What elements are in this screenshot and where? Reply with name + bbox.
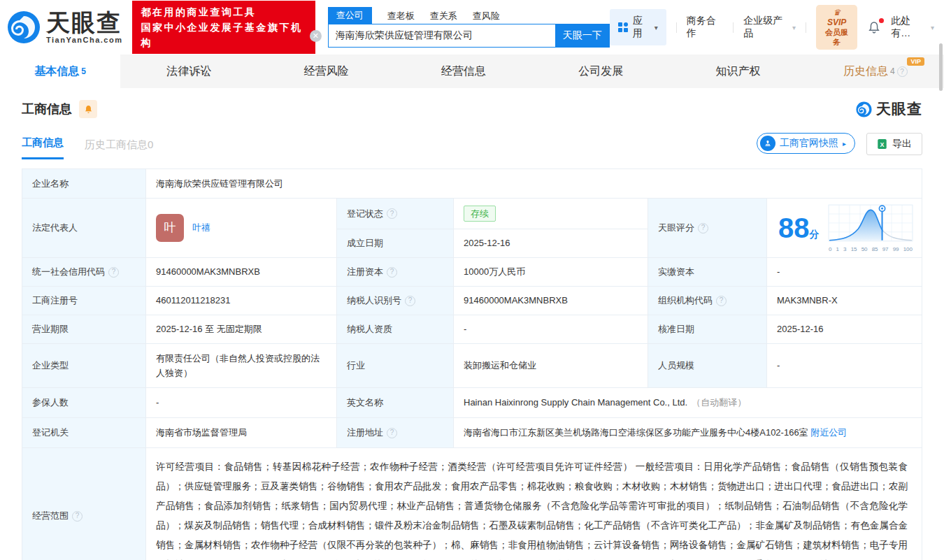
help-icon[interactable] — [387, 208, 397, 219]
score-chart-ticks: 0131550859799100 — [828, 246, 913, 252]
nearby-companies-link[interactable]: 附近公司 — [810, 426, 847, 440]
org-code-value: MAK3MNBR-X — [767, 287, 922, 315]
business-term-value: 2025-12-16 至 无固定期限 — [146, 315, 337, 343]
table-row-business-scope: 经营范围 许可经营项目：食品销售；转基因棉花种子经营；农作物种子经营；酒类经营（… — [22, 448, 922, 560]
search-tab-boss[interactable]: 查老板 — [387, 8, 415, 24]
apps-grid-icon — [618, 22, 628, 32]
taxpayer-id-label: 纳税人识别号 — [337, 287, 454, 315]
status-date-stack: 登记状态 存续 成立日期 2025-12-16 — [337, 199, 648, 257]
company-name-value: 海南海欣荣供应链管理有限公司 — [146, 169, 922, 198]
svip-line2: 会员服务 — [822, 27, 851, 47]
export-button[interactable]: X 导出 — [866, 133, 922, 155]
help-icon[interactable] — [698, 223, 708, 234]
industry-label: 行业 — [337, 344, 454, 387]
auto-translate-note: （自动翻译） — [692, 396, 746, 410]
reg-address-value: 海南省海口市江东新区美兰机场路海口空港综保区多功能产业服务中心4楼A102-16… — [454, 418, 922, 447]
notification-bell-button[interactable] — [867, 20, 881, 34]
tab-operating-risk[interactable]: 经营风险 — [257, 55, 394, 88]
help-icon[interactable] — [387, 267, 397, 278]
clear-search-icon[interactable]: ✕ — [310, 30, 322, 42]
snapshot-label: 工商官网快照 — [780, 137, 838, 150]
apps-label: 应用 — [633, 15, 650, 40]
monitor-bell-button[interactable] — [79, 100, 97, 118]
help-icon[interactable] — [897, 66, 908, 77]
score-value-cell[interactable]: 88分 — [767, 199, 922, 257]
user-account-label: 此处有… — [891, 15, 927, 40]
user-account-menu[interactable]: 此处有… ▾ — [891, 15, 934, 40]
legal-rep-label: 法定代表人 — [22, 199, 146, 257]
credit-code-value: 91460000MAK3MNBRXB — [146, 258, 337, 286]
help-icon[interactable] — [72, 511, 83, 522]
reg-authority-value: 海南省市场监督管理局 — [146, 418, 337, 447]
section-title: 工商信息 — [22, 101, 72, 117]
company-type-value: 有限责任公司（非自然人投资或控股的法人独资） — [146, 344, 337, 387]
taxpayer-quality-value: - — [454, 315, 648, 343]
chevron-down-icon: ▾ — [792, 24, 796, 31]
table-row-company-name: 企业名称 海南海欣荣供应链管理有限公司 — [22, 169, 922, 199]
business-info-table: 企业名称 海南海欣荣供应链管理有限公司 法定代表人 叶 叶禧 登记状态 存续 — [22, 168, 922, 560]
tab-intellectual-property[interactable]: 知识产权 — [669, 55, 806, 88]
tianyancha-logo[interactable]: 天眼查 TianYanCha.com — [7, 10, 122, 44]
company-name-label: 企业名称 — [22, 169, 146, 198]
divider — [676, 22, 677, 33]
promo-line2: 国家中小企业发展子基金旗下机构 — [141, 20, 306, 50]
official-snapshot-button[interactable]: 工商官网快照 ▸ — [757, 133, 855, 154]
vip-badge: VIP — [907, 57, 924, 66]
reg-number-value: 460112011218231 — [146, 287, 337, 315]
tab-operating-info[interactable]: 经营信息 — [395, 55, 532, 88]
legal-rep-avatar[interactable]: 叶 — [156, 214, 184, 242]
help-icon[interactable] — [108, 267, 119, 278]
establish-date-label: 成立日期 — [337, 229, 454, 257]
paid-capital-label: 实缴资本 — [648, 258, 767, 286]
business-cooperation-link[interactable]: 商务合作 — [687, 15, 723, 40]
help-icon[interactable] — [405, 296, 415, 306]
company-nav-tabs: 基本信息5 法律诉讼 经营风险 经营信息 公司发展 知识产权 VIP 历史信息 … — [0, 55, 944, 88]
subtab-history-business-info[interactable]: 历史工商信息0 — [85, 138, 153, 159]
reg-number-label: 工商注册号 — [22, 287, 146, 315]
tab-legal-proceedings[interactable]: 法律诉讼 — [120, 55, 257, 88]
tab-history-info[interactable]: VIP 历史信息 4 — [807, 55, 944, 88]
logo-domain: TianYanCha.com — [46, 36, 122, 44]
search-tab-company[interactable]: 查公司 — [328, 7, 372, 24]
tianyancha-logo-icon — [7, 10, 41, 44]
search-button[interactable]: 天眼一下 — [555, 24, 610, 48]
company-type-label: 企业类型 — [22, 344, 146, 387]
promo-banner: 都在用的商业查询工具 国家中小企业发展子基金旗下机构 — [132, 1, 315, 54]
tianyancha-watermark-icon — [856, 101, 872, 117]
search-input[interactable] — [328, 24, 555, 48]
search-area: 查公司 查老板 查关系 查风险 ✕ 天眼一下 — [328, 7, 610, 48]
top-header: 天眼查 TianYanCha.com 都在用的商业查询工具 国家中小企业发展子基… — [0, 0, 944, 55]
table-row-reg-authority: 登记机关 海南省市场监督管理局 注册地址 海南省海口市江东新区美兰机场路海口空港… — [22, 418, 922, 448]
staff-size-value: - — [767, 344, 922, 387]
apps-menu-button[interactable]: 应用 ▾ — [610, 9, 666, 45]
stamp-icon — [760, 136, 775, 151]
legal-rep-link[interactable]: 叶禧 — [192, 221, 210, 235]
score-label: 天眼评分 — [648, 199, 767, 257]
svg-text:X: X — [880, 141, 885, 148]
search-tab-risk[interactable]: 查风险 — [473, 8, 500, 24]
table-row-reg-number: 工商注册号 460112011218231 纳税人识别号 91460000MAK… — [22, 287, 922, 315]
svip-member-button[interactable]: ♛ SVIP 会员服务 — [816, 5, 857, 50]
help-icon[interactable] — [387, 428, 397, 438]
taxpayer-quality-label: 纳税人资质 — [337, 315, 454, 343]
reg-status-label: 登记状态 — [337, 199, 454, 229]
score-distribution-chart: 0131550859799100 — [828, 204, 913, 252]
search-tab-relation[interactable]: 查关系 — [430, 8, 457, 24]
main-content: 工商信息 天眼查 工商信息 历史工商信息0 工商官网快照 ▸ — [0, 88, 944, 560]
notification-dot — [879, 18, 884, 23]
enterprise-product-menu[interactable]: 企业级产品 ▾ — [743, 15, 796, 40]
bell-icon — [83, 104, 94, 115]
taxpayer-id-value: 91460000MAK3MNBRXB — [454, 287, 648, 315]
triangle-right-icon: ▸ — [843, 140, 846, 148]
chevron-down-icon: ▾ — [931, 24, 934, 31]
help-icon[interactable] — [716, 296, 727, 306]
business-term-label: 营业期限 — [22, 315, 146, 343]
enterprise-product-label: 企业级产品 — [743, 15, 789, 40]
tab-company-development[interactable]: 公司发展 — [532, 55, 669, 88]
watermark-logo: 天眼查 — [856, 99, 922, 119]
subtab-business-info[interactable]: 工商信息 — [22, 136, 64, 159]
org-code-label: 组织机构代码 — [648, 287, 767, 315]
legal-rep-value: 叶 叶禧 — [146, 199, 337, 257]
tab-basic-info[interactable]: 基本信息5 — [0, 55, 120, 88]
table-row-company-type: 企业类型 有限责任公司（非自然人投资或控股的法人独资） 行业 装卸搬运和仓储业 … — [22, 344, 922, 388]
